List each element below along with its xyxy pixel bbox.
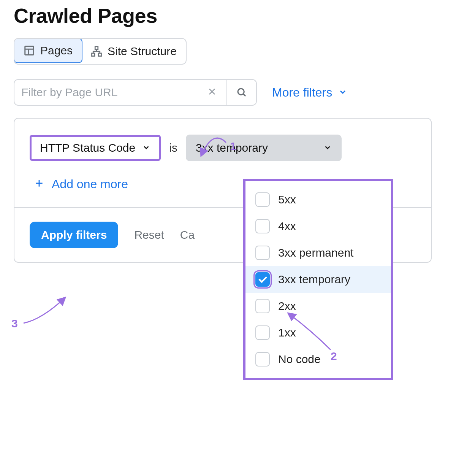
page-title: Crawled Pages — [14, 4, 442, 27]
option-1xx[interactable]: 1xx — [245, 319, 391, 346]
view-tabs: Pages Site Structure — [14, 38, 187, 65]
filter-field-select[interactable]: HTTP Status Code — [30, 135, 161, 161]
checkbox-icon[interactable] — [255, 352, 270, 367]
option-4xx[interactable]: 4xx — [245, 213, 391, 240]
checkbox-checked-icon[interactable] — [255, 272, 270, 287]
apply-filters-button[interactable]: Apply filters — [30, 222, 118, 248]
sitemap-icon — [91, 46, 102, 57]
option-label: 5xx — [278, 193, 296, 206]
checkbox-icon[interactable] — [255, 246, 270, 260]
option-3xx-temporary[interactable]: 3xx temporary — [245, 266, 391, 293]
more-filters-toggle[interactable]: More filters — [272, 86, 347, 100]
annotation-1: 1 — [230, 140, 236, 153]
option-label: 2xx — [278, 300, 296, 313]
option-label: 1xx — [278, 326, 296, 339]
url-filter-placeholder: Filter by Page URL — [21, 86, 117, 99]
chevron-down-icon — [323, 141, 332, 154]
annotation-2: 2 — [331, 350, 337, 363]
reset-button[interactable]: Reset — [134, 228, 164, 241]
checkbox-icon[interactable] — [255, 219, 270, 233]
url-filter-group: Filter by Page URL — [14, 79, 257, 106]
annotation-3: 3 — [11, 317, 18, 330]
url-filter-input[interactable]: Filter by Page URL — [14, 80, 226, 105]
svg-rect-5 — [98, 53, 101, 56]
filter-value-select[interactable]: 3xx temporary — [186, 135, 342, 161]
checkbox-icon[interactable] — [255, 299, 270, 313]
svg-rect-3 — [95, 47, 98, 50]
more-filters-label: More filters — [272, 86, 332, 100]
option-label: No code — [278, 353, 321, 366]
option-5xx[interactable]: 5xx — [245, 186, 391, 213]
tab-pages[interactable]: Pages — [14, 38, 82, 63]
svg-line-9 — [243, 94, 245, 96]
option-label: 4xx — [278, 220, 296, 233]
cancel-button[interactable]: Ca — [180, 228, 195, 241]
tab-site-structure-label: Site Structure — [108, 45, 177, 58]
svg-rect-0 — [25, 46, 34, 55]
checkbox-icon[interactable] — [255, 325, 270, 340]
tab-pages-label: Pages — [40, 44, 73, 57]
option-no-code[interactable]: No code — [245, 346, 391, 373]
svg-point-8 — [238, 89, 244, 95]
chevron-down-icon — [338, 86, 347, 100]
plus-icon — [34, 177, 44, 191]
status-code-dropdown: 5xx 4xx 3xx permanent 3xx temporary 2xx … — [243, 179, 393, 380]
option-2xx[interactable]: 2xx — [245, 293, 391, 319]
checkbox-icon[interactable] — [255, 192, 270, 207]
option-3xx-permanent[interactable]: 3xx permanent — [245, 240, 391, 266]
filter-operator: is — [169, 141, 177, 154]
add-filter-label: Add one more — [52, 177, 128, 191]
search-button[interactable] — [226, 80, 256, 105]
tab-site-structure[interactable]: Site Structure — [82, 39, 186, 64]
chevron-down-icon — [142, 141, 150, 154]
clear-input-icon[interactable] — [204, 86, 220, 99]
filter-field-label: HTTP Status Code — [40, 141, 135, 154]
pages-icon — [24, 45, 35, 56]
option-label: 3xx permanent — [278, 246, 353, 259]
svg-rect-4 — [92, 53, 95, 56]
option-label: 3xx temporary — [278, 273, 350, 286]
